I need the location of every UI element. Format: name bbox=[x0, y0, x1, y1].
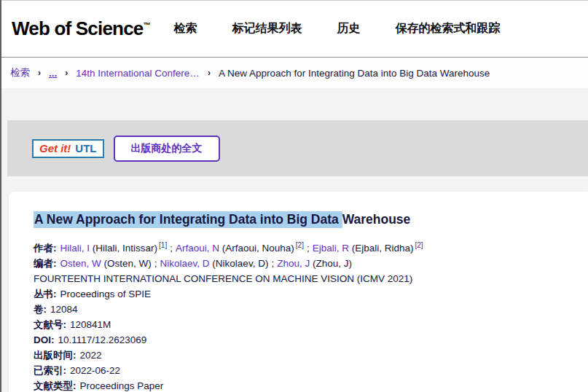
separator: ; bbox=[154, 258, 157, 269]
getit-label: Get it! bbox=[39, 142, 71, 154]
chevron-right-icon: › bbox=[38, 68, 41, 78]
editor-link[interactable]: Zhou, J bbox=[277, 258, 310, 269]
trademark-symbol: ™ bbox=[144, 21, 151, 29]
separator: ; bbox=[307, 243, 310, 254]
article-number-label: 文献号: bbox=[34, 319, 66, 330]
doi-value: 10.1117/12.2623069 bbox=[58, 334, 147, 345]
doi-row: DOI:10.1117/12.2623069 bbox=[34, 332, 571, 348]
editor-fullname: (Osten, W) bbox=[104, 258, 152, 269]
chevron-right-icon: › bbox=[65, 68, 68, 78]
affiliation-ref[interactable]: [2] bbox=[296, 241, 304, 249]
indexed-value: 2022-06-22 bbox=[70, 365, 120, 376]
author-fullname: (Ejbali, Ridha) bbox=[352, 243, 414, 254]
indexed-label: 已索引: bbox=[34, 365, 66, 376]
article-number-row: 文献号:120841M bbox=[34, 317, 571, 332]
doctype-value: Proceedings Paper bbox=[80, 380, 164, 391]
breadcrumb-item-ellipsis[interactable]: ... bbox=[49, 68, 57, 79]
window-left-edge bbox=[0, 0, 1, 392]
utl-label: UTL bbox=[75, 142, 96, 154]
doctype-label: 文献类型: bbox=[34, 380, 77, 391]
record-card: A New Approach for Integrating Data into… bbox=[9, 192, 588, 392]
doctype-row: 文献类型:Proceedings Paper bbox=[34, 378, 571, 392]
author-link[interactable]: Hilali, I bbox=[60, 243, 90, 254]
chevron-right-icon: › bbox=[208, 68, 211, 78]
wos-logo-text: Web of Science bbox=[12, 17, 144, 39]
article-title: A New Approach for Integrating Data into… bbox=[34, 211, 571, 228]
author-link[interactable]: Ejbali, R bbox=[313, 243, 349, 254]
app-header: Web of Science™ 检索 标记结果列表 历史 保存的检索式和跟踪 bbox=[0, 0, 588, 57]
series-value: Proceedings of SPIE bbox=[60, 289, 152, 299]
indexed-row: 已索引:2022-06-22 bbox=[34, 363, 571, 378]
nav-item-history[interactable]: 历史 bbox=[337, 21, 361, 36]
affiliation-ref[interactable]: [1] bbox=[159, 241, 167, 249]
get-it-utl-button[interactable]: Get it! UTL bbox=[32, 139, 104, 158]
authors-row: 作者:Hilali, I (Hilali, Intissar)[1];Arfao… bbox=[34, 238, 571, 256]
volume-row: 卷:12084 bbox=[34, 302, 571, 317]
editor-fullname: (Zhou, J) bbox=[313, 258, 352, 269]
breadcrumb: 检索 › ... › 14th International Confere… ›… bbox=[0, 57, 588, 88]
wos-logo[interactable]: Web of Science™ bbox=[12, 17, 151, 40]
author-link[interactable]: Arfaoui, N bbox=[176, 243, 219, 254]
nav-item-saved-searches[interactable]: 保存的检索式和跟踪 bbox=[396, 21, 501, 36]
editors-label: 编者: bbox=[34, 258, 57, 269]
volume-value: 12084 bbox=[50, 304, 78, 315]
breadcrumb-item-current: A New Approach for Integrating Data into… bbox=[219, 68, 490, 79]
conference-row: FOURTEENTH INTERNATIONAL CONFERENCE ON M… bbox=[34, 271, 571, 286]
author-fullname: (Arfaoui, Nouha) bbox=[222, 243, 294, 254]
title-highlighted-selection: A New Approach for Integrating Data into… bbox=[34, 211, 342, 228]
separator: ; bbox=[271, 258, 274, 269]
breadcrumb-item-conference[interactable]: 14th International Confere… bbox=[76, 68, 200, 79]
publisher-fulltext-button[interactable]: 出版商处的全文 bbox=[114, 136, 220, 162]
main-nav: 检索 标记结果列表 历史 保存的检索式和跟踪 bbox=[174, 21, 501, 36]
action-band: Get it! UTL 出版商处的全文 bbox=[7, 120, 588, 176]
affiliation-ref[interactable]: [2] bbox=[415, 241, 423, 249]
editor-link[interactable]: Nikolaev, D bbox=[160, 258, 210, 269]
author-fullname: (Hilali, Intissar) bbox=[93, 243, 157, 254]
article-number-value: 120841M bbox=[70, 319, 111, 330]
published-label: 出版时间: bbox=[34, 350, 77, 361]
editor-fullname: (Nikolaev, D) bbox=[212, 258, 268, 269]
volume-label: 卷: bbox=[34, 304, 47, 315]
authors-label: 作者: bbox=[34, 243, 57, 254]
separator: ; bbox=[170, 243, 173, 254]
nav-item-marked-list[interactable]: 标记结果列表 bbox=[232, 21, 302, 36]
series-label: 丛书: bbox=[34, 289, 57, 299]
series-row: 丛书:Proceedings of SPIE bbox=[34, 286, 571, 302]
breadcrumb-item-search[interactable]: 检索 bbox=[10, 66, 30, 79]
title-rest: Warehouse bbox=[342, 212, 411, 227]
nav-item-search[interactable]: 检索 bbox=[174, 21, 197, 36]
published-row: 出版时间:2022 bbox=[34, 348, 571, 363]
editors-row: 编者:Osten, W (Osten, W);Nikolaev, D (Niko… bbox=[34, 256, 571, 271]
doi-label: DOI: bbox=[34, 334, 55, 345]
published-value: 2022 bbox=[80, 350, 102, 361]
editor-link[interactable]: Osten, W bbox=[60, 258, 101, 269]
